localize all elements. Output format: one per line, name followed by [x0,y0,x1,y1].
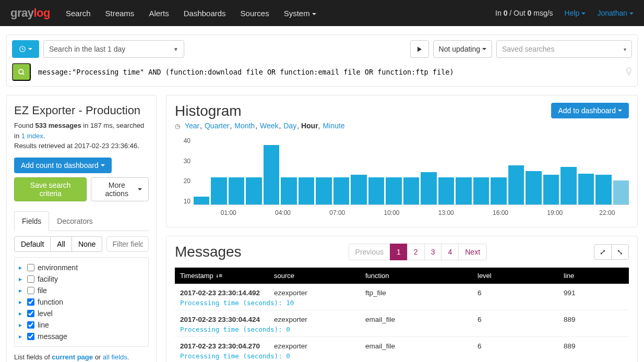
bar[interactable] [543,175,559,204]
add-count-to-dashboard-button[interactable]: Add count to dashboard [14,158,112,173]
filter-fields-input[interactable] [106,236,149,252]
bar[interactable] [578,174,594,204]
bar[interactable] [456,177,471,204]
range-minute[interactable]: Minute [323,122,344,130]
play-icon [417,46,422,52]
current-page-link[interactable]: current page [52,353,93,361]
save-search-button[interactable]: Save search criteria [14,177,87,201]
bar[interactable] [438,177,454,204]
fields-none-button[interactable]: None [72,236,102,252]
nav-alerts[interactable]: Alerts [149,9,169,18]
field-checkbox[interactable] [27,321,34,329]
col-level[interactable]: level [472,268,558,284]
bar[interactable] [403,177,419,204]
bar[interactable] [281,177,296,204]
range-day[interactable]: Day [283,122,296,130]
bar[interactable] [491,177,506,204]
chevron-right-icon: ▸ [19,264,24,271]
field-label: message [38,332,67,341]
bar[interactable] [211,177,226,204]
query-input[interactable] [36,65,621,79]
timerange-select[interactable]: Search in the last 1 day▼ [43,40,184,58]
field-item[interactable]: ▸message [18,331,145,342]
field-item[interactable]: ▸line [18,319,145,331]
bar[interactable] [473,177,489,204]
nav-system[interactable]: System [284,9,316,18]
update-interval-dropdown[interactable]: Not updating [433,40,492,58]
bar[interactable] [560,167,576,204]
all-fields-link[interactable]: all fields [103,353,127,361]
bar[interactable] [264,145,279,204]
brand-logo: graylog [10,6,50,20]
range-quarter[interactable]: Quarter [205,122,229,130]
message-row[interactable]: 2017-02-23 23:30:04.424ezexporteremail_f… [175,310,629,337]
field-checkbox[interactable] [27,333,34,340]
bar[interactable] [595,175,611,204]
tab-decorators[interactable]: Decorators [49,211,100,231]
col-function[interactable]: function [360,268,472,284]
field-item[interactable]: ▸file [18,285,145,296]
fields-list[interactable]: ▸environment▸facility▸file▸function▸leve… [14,257,149,347]
tab-fields[interactable]: Fields [14,211,49,231]
field-item[interactable]: ▸function [18,296,145,308]
bar[interactable] [229,177,244,204]
lightbulb-icon[interactable] [626,67,632,77]
page-prev[interactable]: Previous [349,244,390,260]
timerange-type-button[interactable] [12,40,39,58]
field-checkbox[interactable] [27,287,34,294]
field-checkbox[interactable] [27,275,34,283]
pagination: Previous1234Next [349,244,487,260]
page-1[interactable]: 1 [390,244,408,260]
nav-search[interactable]: Search [66,9,91,18]
nav-sources[interactable]: Sources [241,9,269,18]
field-checkbox[interactable] [27,264,34,271]
range-month[interactable]: Month [234,122,255,130]
field-item[interactable]: ▸environment [18,262,145,273]
field-checkbox[interactable] [27,298,34,306]
field-item[interactable]: ▸level [18,308,145,319]
col-line[interactable]: line [558,268,629,284]
col-timestamp[interactable]: Timestamp ↓≡ [175,268,269,284]
fields-footer: List fields of current page or all field… [14,353,149,361]
message-row[interactable]: 2017-02-23 23:30:04.270ezexporteremail_f… [175,337,629,362]
page-4[interactable]: 4 [441,244,459,260]
cell-line: 991 [558,288,629,298]
bar[interactable] [316,177,331,204]
page-3[interactable]: 3 [424,244,442,260]
bar[interactable] [421,172,436,204]
field-item[interactable]: ▸facility [18,273,145,285]
bar[interactable] [526,171,541,205]
range-year[interactable]: Year [185,122,199,130]
search-button[interactable] [12,63,31,81]
more-actions-button[interactable]: More actions [91,177,149,201]
fields-all-button[interactable]: All [51,236,72,252]
page-next[interactable]: Next [458,244,487,260]
bar[interactable] [246,177,261,204]
field-label: file [38,286,47,295]
col-source[interactable]: source [269,268,360,284]
index-link[interactable]: 1 index [21,132,43,140]
range-week[interactable]: Week [260,122,279,130]
bar[interactable] [368,177,384,204]
bar[interactable] [386,177,401,204]
nav-help[interactable]: Help [565,9,586,17]
nav-streams[interactable]: Streams [105,9,135,18]
bar[interactable] [194,197,209,204]
collapse-all-button[interactable]: ⤡ [611,244,629,260]
nav-user[interactable]: Jonathan [597,9,634,17]
message-row[interactable]: 2017-02-23 23:30:14.492ezexporterftp_fil… [175,284,629,310]
cell-level: 6 [472,288,558,298]
page-2[interactable]: 2 [407,244,425,260]
bar[interactable] [333,177,349,204]
fields-default-button[interactable]: Default [14,236,51,252]
bar[interactable] [351,175,366,204]
bar[interactable] [299,177,314,204]
saved-searches-select[interactable]: Saved searches▾ [496,40,632,58]
expand-all-button[interactable]: ⤢ [594,244,612,260]
add-to-dashboard-button[interactable]: Add to dashboard [551,103,629,118]
bar[interactable] [508,165,524,204]
refresh-play-button[interactable] [410,40,429,58]
nav-dashboards[interactable]: Dashboards [184,9,226,18]
field-checkbox[interactable] [27,310,34,317]
chevron-right-icon: ▸ [19,298,24,306]
